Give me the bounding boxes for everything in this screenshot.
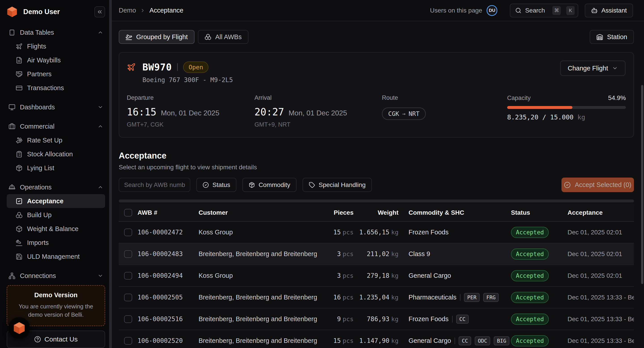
filter-special-handling-button[interactable]: Special Handling: [302, 178, 372, 192]
departure-tz: GMT+7, CGK: [127, 121, 254, 128]
route-block: Route CGK → NRT: [382, 94, 507, 128]
departure-time: 16:15: [127, 106, 156, 118]
handshake-icon: [16, 71, 22, 78]
search-icon: [515, 8, 522, 14]
table-header: AWB # Customer Pieces Weight Commodity &…: [119, 204, 634, 222]
row-checkbox[interactable]: [124, 337, 132, 345]
warehouse-icon: [596, 34, 603, 40]
page-subtitle: Select an upcoming flight to view shipme…: [119, 164, 634, 171]
status-badge: Accepted: [511, 314, 549, 325]
capacity-percent: 54.9%: [608, 94, 626, 102]
sidebar-item-transactions[interactable]: Transactions: [7, 81, 105, 95]
horizontal-scrollbar[interactable]: [119, 200, 634, 202]
sidebar-nav: Data Tables Flights Air Waybills Partner…: [7, 26, 105, 285]
assistant-button[interactable]: Assistant: [585, 4, 633, 18]
sidebar-section-operations[interactable]: Operations: [7, 180, 105, 194]
sidebar-header: Demo User: [7, 5, 105, 18]
sidebar-item-partners[interactable]: Partners: [7, 67, 105, 81]
station-button[interactable]: Station: [590, 30, 634, 44]
sidebar-collapse-button[interactable]: [94, 6, 105, 18]
credit-card-icon: [16, 84, 22, 92]
toggle-grouped-by-flight[interactable]: Grouped by Flight: [119, 30, 194, 44]
hand-coins-icon: [16, 137, 22, 144]
tag-icon: [309, 182, 315, 188]
chevrons-left-icon: [96, 9, 103, 15]
chevron-up-icon: [98, 30, 103, 35]
toggle-all-awbs[interactable]: All AWBs: [198, 30, 248, 44]
shc-chip: BIG: [494, 336, 510, 345]
divider: [177, 63, 178, 71]
square-check-icon: [16, 198, 22, 205]
sidebar-item-uld-management[interactable]: ULD Management: [7, 250, 105, 264]
row-checkbox[interactable]: [124, 228, 132, 236]
chevron-right-icon: [140, 8, 145, 13]
status-badge: Accepted: [511, 292, 549, 303]
table-row[interactable]: 106-00002472 Koss Group 15 pcs 1.656,15 …: [119, 222, 634, 243]
table-row[interactable]: 106-00002483 Breitenberg, Breitenberg an…: [119, 243, 634, 265]
avatar[interactable]: DU: [486, 5, 497, 16]
monitor-icon: [8, 104, 16, 111]
shc-chip: ODC: [475, 336, 490, 345]
select-all-checkbox[interactable]: [124, 209, 132, 216]
accept-selected-button[interactable]: Accept Selected (0): [562, 178, 634, 192]
table-row[interactable]: 106-00002494 Koss Group 3 pcs 279,18 kg …: [119, 265, 634, 287]
circle-check-icon: [202, 182, 209, 188]
table-row[interactable]: 106-00002505 Breitenberg, Breitenberg an…: [119, 287, 634, 308]
demo-version-text: You are currently viewing the demo versi…: [12, 302, 100, 319]
arrival-date: Mon, 01 Dec 2025: [288, 109, 347, 117]
sidebar-item-build-up[interactable]: Build Up: [7, 208, 105, 222]
clipboard-icon: [16, 151, 22, 158]
floating-belli-button[interactable]: [8, 317, 30, 339]
table-row[interactable]: 106-00002516 Breitenberg, Breitenberg an…: [119, 308, 634, 330]
shc-chip: CC: [456, 315, 469, 324]
table-row[interactable]: 106-00002520 Breitenberg, Breitenberg an…: [119, 330, 634, 348]
row-checkbox[interactable]: [124, 272, 132, 280]
box-icon: [16, 226, 22, 232]
circle-help-icon: [34, 336, 41, 343]
sidebar-item-imports[interactable]: Imports: [7, 236, 105, 250]
sidebar-item-weight-balance[interactable]: Weight & Balance: [7, 222, 105, 236]
network-icon: [8, 272, 16, 279]
sidebar-item-lying-list[interactable]: Lying List: [7, 161, 105, 175]
row-checkbox[interactable]: [124, 250, 132, 258]
departure-block: Departure 16:15 Mon, 01 Dec 2025 GMT+7, …: [127, 94, 254, 128]
breadcrumb: Demo Acceptance: [119, 7, 183, 14]
route-chip: CGK → NRT: [382, 108, 426, 120]
arrival-time: 20:27: [254, 106, 284, 118]
boxes-icon: [16, 212, 22, 218]
sidebar-item-flights[interactable]: Flights: [7, 39, 105, 53]
sidebar-item-rate-set-up[interactable]: Rate Set Up: [7, 133, 105, 147]
filter-commodity-button[interactable]: Commodity: [242, 178, 296, 192]
sidebar-section-commercial[interactable]: Commercial: [7, 120, 105, 133]
page-title: Acceptance: [119, 151, 634, 160]
package-icon: [249, 182, 255, 188]
main-area: Demo Acceptance Users on this page DU Se…: [112, 0, 644, 348]
view-toggle-row: Grouped by Flight All AWBs Station: [119, 30, 634, 44]
search-button[interactable]: Search ⌘ K: [510, 4, 578, 18]
flight-status-badge: Open: [183, 62, 208, 73]
status-badge: Accepted: [511, 227, 549, 238]
breadcrumb-root[interactable]: Demo: [119, 7, 136, 14]
filter-status-button[interactable]: Status: [196, 178, 236, 192]
change-flight-button[interactable]: Change Flight: [560, 60, 626, 76]
sidebar-item-stock-allocation[interactable]: Stock Allocation: [7, 147, 105, 161]
row-checkbox[interactable]: [124, 315, 132, 323]
chevron-up-icon: [98, 124, 103, 129]
plane-icon: [16, 43, 22, 50]
users-on-page-label: Users on this page: [430, 7, 482, 14]
sidebar-item-acceptance[interactable]: Acceptance: [7, 194, 105, 208]
shc-chip: FRG: [483, 293, 499, 302]
chevron-down-icon: [612, 65, 618, 71]
row-checkbox[interactable]: [124, 294, 132, 301]
arrival-block: Arrival 20:27 Mon, 01 Dec 2025 GMT+9, NR…: [254, 94, 382, 128]
sidebar-section-connections[interactable]: Connections: [7, 269, 105, 283]
vertical-scrollbar[interactable]: [641, 85, 643, 284]
sidebar-item-air-waybills[interactable]: Air Waybills: [7, 53, 105, 67]
capacity-usage: 8.235,20 / 15.000 kg: [507, 114, 626, 121]
sidebar-section-data-tables[interactable]: Data Tables: [7, 26, 105, 39]
plane-takeoff-icon: [126, 34, 132, 40]
arrival-tz: GMT+9, NRT: [254, 121, 382, 128]
sidebar-section-dashboards[interactable]: Dashboards: [7, 100, 105, 114]
capacity-progress-fill: [507, 106, 572, 109]
awb-search-input[interactable]: [119, 178, 190, 192]
